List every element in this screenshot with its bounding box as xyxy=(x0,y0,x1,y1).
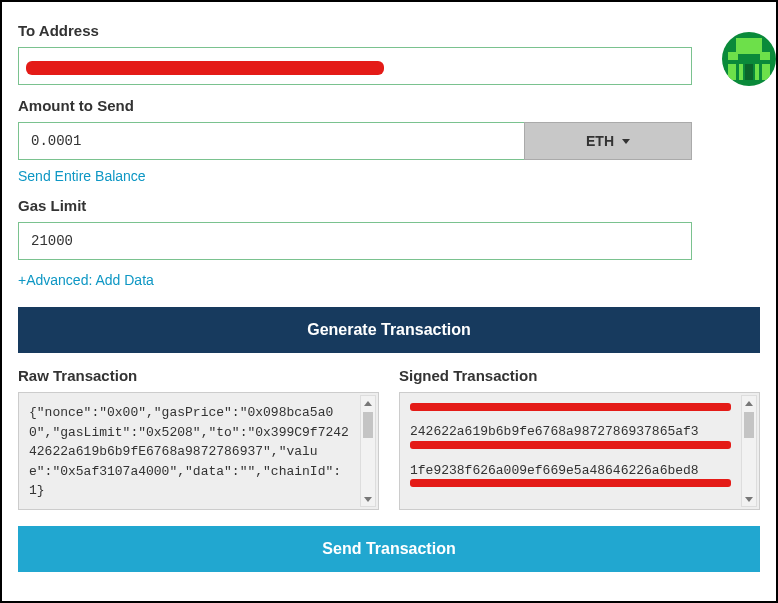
currency-dropdown[interactable]: ETH xyxy=(524,122,692,160)
currency-label: ETH xyxy=(586,133,614,149)
transaction-form: To Address Amount to Send ETH Send Entir… xyxy=(0,0,778,603)
amount-label: Amount to Send xyxy=(18,97,760,114)
svg-rect-5 xyxy=(762,64,770,80)
scroll-up-icon[interactable] xyxy=(742,396,756,410)
redaction-mark xyxy=(410,441,731,449)
signed-transaction-label: Signed Transaction xyxy=(399,367,760,384)
amount-row: ETH xyxy=(18,122,692,160)
signed-transaction-line-2: 242622a619b6b9fe6768a98727869378​65af3 xyxy=(410,424,699,439)
svg-rect-2 xyxy=(728,52,738,60)
send-transaction-button[interactable]: Send Transaction xyxy=(18,526,760,572)
svg-rect-7 xyxy=(739,64,743,80)
svg-rect-1 xyxy=(736,38,762,54)
advanced-link[interactable]: +Advanced: Add Data xyxy=(18,272,154,288)
scroll-up-icon[interactable] xyxy=(361,396,375,410)
chevron-down-icon xyxy=(622,139,630,144)
redaction-mark xyxy=(410,479,731,487)
redaction-mark xyxy=(410,403,731,411)
raw-transaction-box[interactable]: {"nonce":"0x00","gasPrice":"0x098bca5a00… xyxy=(18,392,379,510)
gas-limit-input[interactable] xyxy=(18,222,692,260)
send-entire-balance-link[interactable]: Send Entire Balance xyxy=(18,168,146,184)
signed-transaction-line-4: 1fe9238f626a009ef669e5a48646226a​6bed8 xyxy=(410,463,699,478)
scroll-thumb[interactable] xyxy=(744,412,754,438)
signed-transaction-column: Signed Transaction 242622a619b6b9fe6768a… xyxy=(399,367,760,510)
to-address-label: To Address xyxy=(18,22,760,39)
to-address-input-wrap xyxy=(18,47,692,85)
scrollbar[interactable] xyxy=(741,395,757,507)
scroll-thumb[interactable] xyxy=(363,412,373,438)
svg-rect-6 xyxy=(745,64,753,80)
raw-transaction-content: {"nonce":"0x00","gasPrice":"0x098bca5a00… xyxy=(29,405,349,498)
generate-transaction-button[interactable]: Generate Transaction xyxy=(18,307,760,353)
raw-transaction-label: Raw Transaction xyxy=(18,367,379,384)
amount-input[interactable] xyxy=(18,122,524,160)
signed-transaction-box[interactable]: 242622a619b6b9fe6768a98727869378​65af3 1… xyxy=(399,392,760,510)
scroll-down-icon[interactable] xyxy=(361,492,375,506)
svg-rect-8 xyxy=(755,64,759,80)
scrollbar[interactable] xyxy=(360,395,376,507)
raw-transaction-column: Raw Transaction {"nonce":"0x00","gasPric… xyxy=(18,367,379,510)
svg-rect-4 xyxy=(728,64,736,80)
avatar xyxy=(722,32,776,86)
svg-rect-3 xyxy=(760,52,770,60)
gas-limit-label: Gas Limit xyxy=(18,197,760,214)
transaction-output-row: Raw Transaction {"nonce":"0x00","gasPric… xyxy=(18,367,760,510)
scroll-down-icon[interactable] xyxy=(742,492,756,506)
redaction-mark xyxy=(26,61,384,75)
